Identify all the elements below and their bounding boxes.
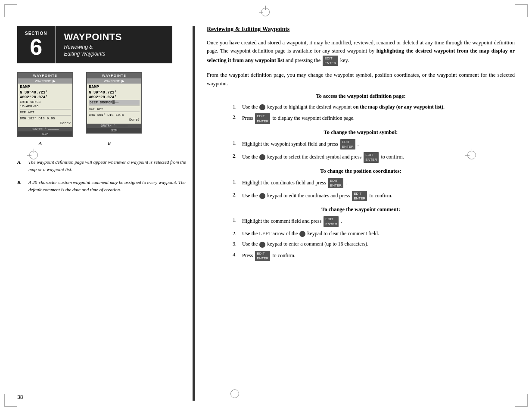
step-num: 2.: [233, 191, 240, 201]
device-b-container: WAYPOINTS WAYPOINT ▶ RAMP N 39°40.721' W…: [86, 72, 142, 137]
step-num: 3.: [233, 240, 240, 248]
device-b-coord2: W092°29.074': [89, 95, 140, 100]
device-a-subheader: WAYPOINT ▶: [18, 78, 72, 84]
device-a-name: RAMP: [20, 85, 71, 90]
intro-paragraph-2: From the waypoint definition page, you m…: [207, 71, 515, 88]
crop-mark-br: [515, 394, 528, 407]
step-num: 1.: [233, 216, 240, 227]
device-a-divider2: [20, 115, 71, 115]
caption-b: B. A 20-character custom waypoint commen…: [17, 179, 190, 193]
step-num: 4.: [233, 251, 240, 261]
step-4-1: 1. Highlight the comment field and press…: [233, 216, 515, 227]
device-a-body: RAMP N 39°40.721' W092°28.074' CRTD 18:5…: [18, 84, 72, 127]
step-text: Press EDITENTER to confirm.: [242, 251, 296, 261]
device-a-footer: GRNTRN ° ——————: [18, 127, 72, 131]
rocker-icon: [299, 231, 305, 237]
devices-area: WAYPOINTS WAYPOINT ▶ RAMP N 39°40.721' W…: [17, 72, 190, 137]
device-b-divider1: [89, 106, 140, 106]
device-b-comment: DEEP DROPOF▮——: [89, 100, 140, 105]
crop-mark-tl: [4, 4, 17, 17]
section-title-block: WAYPOINTS Reviewing & Editing Waypoints: [56, 26, 130, 63]
right-panel: Reviewing & Editing Waypoints Once you h…: [207, 26, 515, 266]
step-4-2: 2. Use the LEFT arrow of the keypad to c…: [233, 230, 515, 238]
subtitle-line1: Reviewing &: [64, 44, 93, 50]
device-b-subheader: WAYPOINT ▶: [87, 78, 141, 84]
caption-b-letter: B.: [17, 179, 25, 193]
step-1-2: 2. Press EDITENTER to display the waypoi…: [233, 113, 515, 124]
rocker-icon: [259, 104, 265, 110]
device-b-label: B: [108, 140, 111, 146]
section-title: WAYPOINTS: [64, 32, 122, 42]
caption-area: A. The waypoint definition page will app…: [17, 159, 190, 193]
enter-key-inline-1: EDITENTER: [323, 56, 338, 66]
device-b-footer: GRNTRN ° ——————: [87, 124, 141, 128]
step-4-4: 4. Press EDITENTER to confirm.: [233, 251, 515, 261]
step-text: Use the keypad to highlight the desired …: [242, 103, 445, 111]
step-text: Press EDITENTER to display the waypoint …: [242, 113, 355, 124]
device-a-coord2: W092°28.074': [20, 95, 71, 100]
right-panel-heading: Reviewing & Editing Waypoints: [207, 26, 515, 33]
device-b-header: WAYPOINTS: [87, 73, 141, 78]
device-a-coord1: N 39°40.721': [20, 90, 71, 95]
subsection-title-4: To change the waypoint comment:: [207, 206, 515, 213]
page-number: 38: [17, 394, 23, 400]
step-num: 1.: [233, 139, 240, 149]
enter-key-inline: EDITENTER: [364, 152, 379, 162]
step-text: Highlight the comment field and press ED…: [242, 216, 342, 227]
device-screen-b: WAYPOINTS WAYPOINT ▶ RAMP N 39°40.721' W…: [86, 72, 142, 134]
enter-key-inline: EDITENTER: [255, 251, 270, 261]
device-a-header: WAYPOINTS: [18, 73, 72, 78]
step-list-4: 1. Highlight the comment field and press…: [233, 216, 515, 261]
device-b-name: RAMP: [89, 85, 140, 90]
device-b-brg: BRG 161° DIS 10.6: [89, 113, 140, 117]
device-b-ref: REF UP?: [89, 107, 140, 111]
device-a-divider1: [20, 109, 71, 109]
caption-a-text: The waypoint definition page will appear…: [28, 159, 190, 173]
device-b-sim: SIM: [87, 128, 141, 133]
rocker-icon: [259, 193, 265, 199]
step-list-1: 1. Use the keypad to highlight the desir…: [233, 103, 515, 124]
caption-a-letter: A.: [17, 159, 25, 173]
step-3-1: 1. Highlight the coordinates field and p…: [233, 178, 515, 188]
step-text: Highlight the coordinates field and pres…: [242, 178, 347, 188]
device-a-date: 12-APR-96: [20, 104, 71, 108]
step-list-2: 1. Highlight the waypoint symbol field a…: [233, 139, 515, 163]
section-number: 6: [30, 36, 42, 58]
crosshair-top: [261, 8, 270, 16]
caption-b-text: A 20-character custom waypoint comment m…: [28, 179, 190, 193]
step-4-3: 3. Use the keypad to enter a comment (up…: [233, 240, 515, 248]
step-list-3: 1. Highlight the coordinates field and p…: [233, 178, 515, 202]
step-1-1: 1. Use the keypad to highlight the desir…: [233, 103, 515, 111]
step-num: 1.: [233, 178, 240, 188]
enter-key-inline: EDITENTER: [340, 139, 355, 149]
step-text: Use the LEFT arrow of the keypad to clea…: [242, 230, 379, 238]
step-2-1: 1. Highlight the waypoint symbol field a…: [233, 139, 515, 149]
rocker-icon: [259, 154, 265, 160]
device-a-done: Done?: [20, 121, 71, 125]
step-num: 2.: [233, 152, 240, 162]
left-panel: SECTION 6 WAYPOINTS Reviewing & Editing …: [17, 26, 190, 199]
device-screen-a: WAYPOINTS WAYPOINT ▶ RAMP N 39°40.721' W…: [17, 72, 73, 137]
step-num: 2.: [233, 230, 240, 238]
subsection-title-2: To change the waypoint symbol:: [207, 129, 515, 136]
enter-key-inline: EDITENTER: [324, 216, 339, 227]
device-b-done: Done?: [89, 118, 140, 121]
enter-key-inline: EDITENTER: [352, 191, 367, 201]
section-header: SECTION 6 WAYPOINTS Reviewing & Editing …: [17, 26, 172, 63]
device-b-divider2: [89, 112, 140, 112]
step-num: 1.: [233, 103, 240, 111]
caption-a: A. The waypoint definition page will app…: [17, 159, 190, 173]
step-text: Use the keypad to edit the coordinates a…: [242, 191, 392, 201]
device-a-ref: REF WPT: [20, 110, 71, 114]
enter-key-inline: EDITENTER: [255, 113, 270, 124]
rocker-icon: [259, 242, 265, 248]
crop-mark-bl: [4, 394, 17, 407]
step-text: Highlight the waypoint symbol field and …: [242, 139, 359, 149]
intro-paragraph-1: Once you have created and stored a waypo…: [207, 39, 515, 66]
subsection-title-1: To access the waypoint definition page:: [207, 93, 515, 100]
device-a-brg: BRG 182° DIS 9.95: [20, 116, 71, 120]
section-number-block: SECTION 6: [17, 26, 56, 63]
center-divider: [193, 26, 195, 401]
step-3-2: 2. Use the keypad to edit the coordinate…: [233, 191, 515, 201]
section-subtitle: Reviewing & Editing Waypoints: [64, 44, 122, 57]
